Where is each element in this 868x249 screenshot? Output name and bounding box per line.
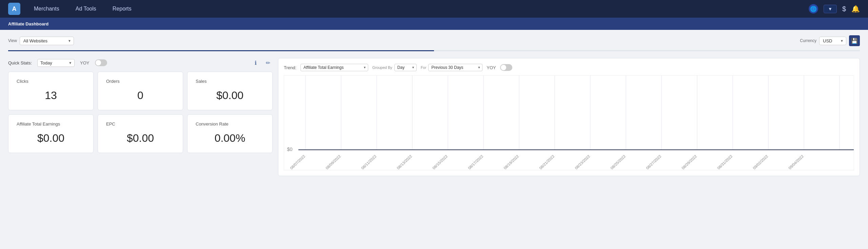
quick-stats-bar: Quick Stats: Today Yesterday Last 7 Days… — [8, 58, 273, 68]
svg-text:$0: $0 — [287, 147, 292, 152]
panels: Quick Stats: Today Yesterday Last 7 Days… — [8, 58, 860, 176]
stat-card-label-clicks: Clicks — [17, 79, 85, 84]
stat-card-epc: EPC $0.00 — [98, 114, 183, 153]
trend-yoy-toggle[interactable] — [500, 64, 512, 71]
currency-select[interactable]: USD EUR GBP — [819, 37, 846, 45]
trend-bar: Trend: Affiliate Total Earnings Clicks O… — [284, 64, 854, 71]
bell-icon[interactable]: 🔔 — [851, 5, 860, 13]
svg-text:09/04/2022: 09/04/2022 — [788, 154, 805, 170]
stat-card-value-sales: $0.00 — [196, 89, 264, 102]
currency-group: Currency USD EUR GBP 💾 — [800, 35, 860, 46]
stat-cards: Clicks 13 Orders 0 Sales $0.00 Affiliate… — [8, 72, 273, 153]
quick-stats-label: Quick Stats: — [8, 60, 32, 65]
chart-area: $0 08/07/2022 08/09/2022 08/11/2022 08/1… — [284, 75, 854, 170]
nav-merchants[interactable]: Merchants — [31, 4, 62, 13]
trend-label: Trend: — [284, 65, 296, 70]
svg-text:08/13/2022: 08/13/2022 — [396, 154, 413, 170]
dollar-icon[interactable]: $ — [842, 5, 846, 13]
view-select[interactable]: All Websites Website 1 Website 2 — [20, 37, 74, 45]
top-nav: A Merchants Ad Tools Reports 🌐 ▼ $ 🔔 — [0, 0, 868, 18]
period-select[interactable]: Today Yesterday Last 7 Days Last 30 Days — [37, 59, 75, 67]
section-divider — [8, 50, 860, 51]
stat-card-label-epc: EPC — [106, 121, 175, 127]
stat-card-value-epc: $0.00 — [106, 132, 175, 145]
stat-card-label-sales: Sales — [196, 79, 264, 84]
stat-card-value-orders: 0 — [106, 89, 175, 102]
stat-card-label-orders: Orders — [106, 79, 175, 84]
account-dropdown[interactable]: ▼ — [824, 5, 837, 13]
save-button[interactable]: 💾 — [849, 35, 860, 46]
period-select-wrapper: Today Yesterday Last 7 Days Last 30 Days — [37, 59, 75, 67]
svg-text:08/09/2022: 08/09/2022 — [325, 154, 342, 170]
main-content: View All Websites Website 1 Website 2 Cu… — [0, 30, 868, 181]
stat-card-label-conversion: Conversion Rate — [196, 121, 264, 127]
svg-text:08/11/2022: 08/11/2022 — [360, 154, 377, 170]
stat-card-clicks: Clicks 13 — [8, 72, 94, 110]
right-panel: Trend: Affiliate Total Earnings Clicks O… — [278, 58, 860, 176]
grouped-by-select[interactable]: Day Week Month — [394, 64, 417, 71]
logo: A — [8, 3, 20, 15]
trend-chart: $0 08/07/2022 08/09/2022 08/11/2022 08/1… — [284, 76, 854, 170]
sub-nav: Affiliate Dashboard — [0, 18, 868, 30]
view-group: View All Websites Website 1 Website 2 — [8, 37, 74, 45]
view-select-wrapper: All Websites Website 1 Website 2 — [20, 37, 74, 45]
grouped-by-wrapper: Day Week Month — [394, 64, 417, 71]
page-title: Affiliate Dashboard — [8, 21, 48, 26]
info-button[interactable]: ℹ — [251, 58, 260, 68]
trend-metric-wrapper: Affiliate Total Earnings Clicks Orders S… — [300, 64, 368, 71]
for-period-select[interactable]: Previous 30 Days Previous 7 Days This Mo… — [428, 64, 482, 71]
view-label: View — [8, 38, 17, 43]
nav-right: 🌐 ▼ $ 🔔 — [809, 4, 860, 14]
svg-text:08/23/2022: 08/23/2022 — [574, 154, 591, 170]
stat-card-orders: Orders 0 — [98, 72, 183, 110]
stat-card-sales: Sales $0.00 — [187, 72, 273, 110]
stat-card-value-clicks: 13 — [17, 89, 85, 102]
svg-text:09/02/2022: 09/02/2022 — [752, 154, 769, 170]
currency-select-wrapper: USD EUR GBP — [819, 37, 846, 45]
stat-card-conversion: Conversion Rate 0.00% — [187, 114, 273, 153]
qs-actions: ℹ ✏ — [251, 58, 273, 68]
nav-reports[interactable]: Reports — [110, 4, 134, 13]
trend-yoy-label: YOY — [487, 65, 496, 70]
svg-text:08/07/2022: 08/07/2022 — [289, 154, 306, 170]
stat-card-value-earnings: $0.00 — [17, 132, 85, 145]
stat-card-value-conversion: 0.00% — [196, 132, 264, 145]
flag-icon: 🌐 — [809, 4, 818, 14]
edit-button[interactable]: ✏ — [263, 58, 273, 68]
svg-text:08/15/2022: 08/15/2022 — [432, 154, 449, 170]
svg-text:08/29/2022: 08/29/2022 — [681, 154, 698, 170]
svg-text:08/21/2022: 08/21/2022 — [538, 154, 555, 170]
svg-text:08/19/2022: 08/19/2022 — [503, 154, 520, 170]
yoy-label: YOY — [80, 60, 89, 65]
for-period-wrapper: Previous 30 Days Previous 7 Days This Mo… — [428, 64, 482, 71]
left-panel: Quick Stats: Today Yesterday Last 7 Days… — [8, 58, 273, 176]
for-label: For — [421, 65, 427, 70]
currency-label: Currency — [800, 38, 816, 43]
svg-text:08/17/2022: 08/17/2022 — [467, 154, 484, 170]
svg-text:08/31/2022: 08/31/2022 — [716, 154, 733, 170]
view-row: View All Websites Website 1 Website 2 Cu… — [8, 35, 860, 46]
trend-metric-select[interactable]: Affiliate Total Earnings Clicks Orders S… — [300, 64, 368, 71]
yoy-toggle[interactable] — [95, 59, 107, 66]
grouped-by-label: Grouped By — [372, 65, 392, 70]
stat-card-label-earnings: Affiliate Total Earnings — [17, 121, 85, 127]
stat-card-earnings: Affiliate Total Earnings $0.00 — [8, 114, 94, 153]
nav-adtools[interactable]: Ad Tools — [73, 4, 99, 13]
svg-text:08/27/2022: 08/27/2022 — [645, 154, 662, 170]
svg-text:08/25/2022: 08/25/2022 — [610, 154, 627, 170]
